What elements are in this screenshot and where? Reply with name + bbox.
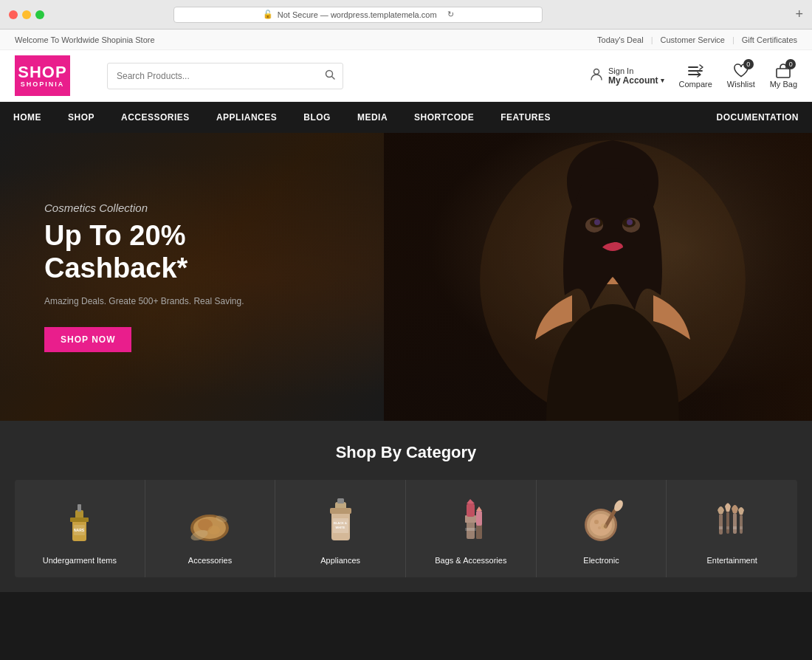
appliances-label: Appliances [320, 555, 360, 566]
nav-media[interactable]: MEDIA [344, 102, 401, 133]
svg-rect-53 [740, 526, 743, 529]
svg-rect-46 [719, 514, 723, 534]
wishlist-action[interactable]: 0 Wishlist [727, 63, 755, 89]
wishlist-label: Wishlist [727, 80, 755, 89]
reload-icon[interactable]: ↻ [447, 10, 454, 19]
lock-icon: 🔓 [263, 10, 273, 19]
gift-certificates-link[interactable]: Gift Certificates [742, 35, 797, 44]
category-title: Shop By Category [15, 443, 797, 462]
minimize-button[interactable] [22, 10, 31, 19]
svg-text:BLACK &: BLACK & [334, 521, 347, 525]
svg-rect-52 [733, 526, 737, 529]
svg-rect-3 [777, 69, 790, 78]
svg-point-22 [208, 526, 220, 534]
account-text: Sign In My Account ▾ [608, 66, 664, 86]
close-button[interactable] [9, 10, 18, 19]
svg-point-2 [594, 69, 599, 75]
compare-action[interactable]: Compare [679, 63, 712, 89]
undergarment-label: Undergarment Items [43, 555, 117, 566]
header: SHOP SHOPINIA Sign In My Account [0, 50, 812, 102]
bag-action[interactable]: 0 My Bag [770, 63, 797, 89]
traffic-lights [9, 10, 44, 19]
logo[interactable]: SHOP SHOPINIA [15, 55, 70, 96]
bag-badge: 0 [785, 59, 796, 69]
my-account-label: My Account ▾ [608, 75, 664, 86]
entertainment-label: Entertainment [706, 555, 757, 566]
accessories-label: Accessories [188, 555, 232, 566]
nav-shortcode[interactable]: SHORTCODE [401, 102, 487, 133]
category-accessories[interactable]: Accessories [145, 480, 276, 577]
url-text: Not Secure — wordpress.templatemela.com [278, 10, 437, 19]
svg-point-45 [598, 526, 601, 529]
electronic-label: Electronic [583, 555, 619, 566]
brushes-svg [710, 495, 754, 546]
compare-icon-wrapper [687, 63, 704, 80]
hero-woman-svg [458, 133, 768, 421]
svg-rect-36 [476, 524, 482, 539]
hero-content: Cosmetics Collection Up To 20% Cashback*… [0, 202, 354, 352]
svg-rect-34 [467, 503, 475, 517]
account-area[interactable]: Sign In My Account ▾ [589, 66, 664, 86]
svg-point-44 [601, 523, 607, 529]
nav-accessories[interactable]: ACCESSORIES [108, 102, 203, 133]
compact-svg [185, 497, 235, 545]
search-input[interactable] [108, 71, 317, 81]
logo-shop-text: SHOP [18, 64, 66, 80]
maximize-button[interactable] [35, 10, 44, 19]
nav-documentation[interactable]: DOCUMENTATION [703, 102, 812, 133]
category-appliances[interactable]: BLACK & WHITE Appliances [275, 480, 406, 577]
top-bar: Welcome To Worldwide Shopinia Store Toda… [0, 30, 812, 50]
category-bags[interactable]: Bags & Accessories [406, 480, 537, 577]
top-bar-links: Today's Deal | Customer Service | Gift C… [597, 35, 797, 44]
appliances-icon: BLACK & WHITE [314, 495, 366, 546]
svg-rect-48 [733, 513, 737, 534]
svg-rect-16 [70, 518, 89, 522]
nail-polish-svg: NARS [59, 497, 100, 545]
svg-text:WHITE: WHITE [335, 526, 345, 529]
svg-rect-50 [719, 526, 723, 529]
header-right: Sign In My Account ▾ Compare [589, 63, 797, 89]
nav-features[interactable]: FEATURES [487, 102, 564, 133]
nav-home[interactable]: HOME [0, 102, 55, 133]
welcome-text: Welcome To Worldwide Shopinia Store [15, 35, 155, 44]
compare-label: Compare [679, 80, 712, 89]
svg-rect-49 [740, 515, 743, 534]
search-bar [107, 63, 343, 89]
accessories-icon [184, 495, 235, 546]
nav-blog[interactable]: BLOG [290, 102, 344, 133]
lipstick-svg [450, 495, 491, 546]
shop-now-button[interactable]: SHOP NOW [44, 327, 131, 352]
sign-in-text: Sign In [608, 66, 664, 75]
svg-point-40 [590, 514, 612, 536]
powder-svg [576, 497, 626, 545]
bags-label: Bags & Accessories [435, 555, 506, 566]
svg-rect-47 [726, 512, 729, 534]
nav-shop[interactable]: SHOP [55, 102, 108, 133]
separator-1: | [651, 35, 653, 44]
hero-title: Up To 20% Cashback* [44, 220, 310, 284]
new-tab-button[interactable]: + [795, 7, 803, 22]
chevron-down-icon: ▾ [661, 77, 664, 84]
hero-subtitle: Cosmetics Collection [44, 202, 310, 214]
svg-point-43 [594, 520, 599, 524]
customer-service-link[interactable]: Customer Service [661, 35, 725, 44]
nav-appliances[interactable]: APPLIANCES [203, 102, 290, 133]
category-section: Shop By Category NARS Undergarment Items [0, 421, 812, 592]
address-bar[interactable]: 🔓 Not Secure — wordpress.templatemela.co… [173, 7, 543, 23]
todays-deal-link[interactable]: Today's Deal [597, 35, 644, 44]
browser-chrome: 🔓 Not Secure — wordpress.templatemela.co… [0, 0, 812, 30]
svg-text:NARS: NARS [74, 528, 85, 532]
category-undergarment[interactable]: NARS Undergarment Items [15, 480, 145, 577]
category-electronic[interactable]: Electronic [537, 480, 667, 577]
bag-label: My Bag [770, 80, 797, 89]
search-button[interactable] [317, 69, 343, 82]
foundation-svg: BLACK & WHITE [320, 495, 361, 546]
bags-icon [445, 495, 497, 546]
entertainment-icon [706, 495, 758, 546]
compare-icon [687, 63, 704, 78]
category-entertainment[interactable]: Entertainment [667, 480, 797, 577]
svg-point-12 [627, 219, 633, 225]
svg-rect-27 [337, 498, 344, 503]
svg-point-11 [594, 219, 600, 225]
electronic-icon [575, 495, 627, 546]
